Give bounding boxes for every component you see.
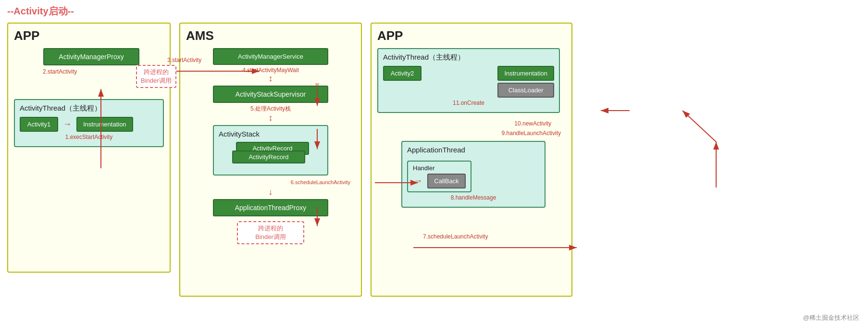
arrow9-label: 9.handleLaunchActivity xyxy=(502,130,561,137)
activity-stack-inner-box: ActivityStack ActivityRecord ActivityRec… xyxy=(213,125,328,176)
new-activity-label: 10.newActivity xyxy=(514,120,551,127)
app-left-inner-box: ActivityThread（主线程） Activity1 → Instrume… xyxy=(14,99,164,147)
arrow3-label-area: 3.startActivity xyxy=(167,57,201,63)
arrow6-label: 6.scheduleLaunchActivity xyxy=(186,179,350,185)
handler-label: Handler xyxy=(413,164,466,172)
ams-box: ActivityManagerService xyxy=(213,48,328,65)
app-thread-proxy-box: ApplicationThreadProxy xyxy=(213,199,328,216)
cross-box-bottom-content: 跨进程的 Binder调用 xyxy=(237,221,304,244)
classloader-box: ClassLoader xyxy=(497,83,554,98)
app-right-comp-row: Activity2 Instrumentation ClassLoader xyxy=(383,66,554,98)
main-container: --Activity启动-- APP ActivityManagerProxy … xyxy=(0,0,868,326)
app-thread-inner-label: ApplicationThread xyxy=(407,146,540,154)
handler-row: → CallBack xyxy=(413,174,466,188)
instrumentation-box-left: Instrumentation xyxy=(76,117,133,132)
arrow9-label-area: 9.handleLaunchActivity xyxy=(377,128,566,137)
diagram-area: APP ActivityManagerProxy 2.startActivity… xyxy=(7,23,861,297)
app-left-comp-row: Activity1 → Instrumentation xyxy=(20,117,158,132)
oncreate-label: 11.onCreate xyxy=(383,100,554,106)
instrumentation-box-right: Instrumentation xyxy=(497,66,554,81)
ams-label: AMS xyxy=(186,28,355,43)
arrow7-label: 7.scheduleLaunchActivity xyxy=(423,233,488,240)
app-thread-inner-box: ApplicationThread Handler → CallBack 8.h… xyxy=(401,141,546,208)
activity-record-stacked: ActivityRecord ActivityRecord xyxy=(232,142,309,169)
down-arrow1-icon: ↕ xyxy=(186,74,355,84)
arrow-to-callback-icon: → xyxy=(414,176,422,186)
app-left-inner-label: ActivityThread（主线程） xyxy=(20,104,158,113)
exec-start-label: 1.execStartActivity xyxy=(20,134,158,140)
app-left-panel: APP ActivityManagerProxy 2.startActivity… xyxy=(7,23,171,273)
activity-stack-label: ActivityStack xyxy=(219,130,322,138)
app-right-panel: APP ActivityThread（主线程） Activity2 Instru… xyxy=(371,23,572,297)
app-right-label: APP xyxy=(377,28,566,43)
cross-box-bottom: 跨进程的 Binder调用 xyxy=(237,221,304,244)
app-right-inner-label: ActivityThread（主线程） xyxy=(383,53,554,62)
callback-box: CallBack xyxy=(427,174,466,188)
down-arrow3-icon: ↓ xyxy=(186,187,355,197)
arrow5-label: 5.处理Activity栈 xyxy=(186,105,355,113)
activity1-box: Activity1 xyxy=(20,117,58,132)
page-title: --Activity启动-- xyxy=(7,5,861,18)
instrumentation-group: Instrumentation ClassLoader xyxy=(497,66,554,98)
arrow-right-icon: → xyxy=(63,119,72,129)
down-arrow2-icon: ↕ xyxy=(186,113,355,123)
arrow7-label-area: 7.scheduleLaunchActivity xyxy=(423,233,488,240)
app-right-inner-box: ActivityThread（主线程） Activity2 Instrument… xyxy=(377,48,560,113)
arrow3-label: 3.startActivity xyxy=(167,57,201,63)
cross-box-left: 跨进程的 Binder调用 xyxy=(136,65,176,88)
activity2-box: Activity2 xyxy=(383,66,422,81)
stack-supervisor-box: ActivityStackSupervisor xyxy=(213,86,328,103)
cross-box-left-content: 跨进程的 Binder调用 xyxy=(136,65,176,88)
ams-panel: AMS ActivityManagerService 4.startActivi… xyxy=(179,23,362,297)
new-activity-label-area: 10.newActivity xyxy=(377,119,566,127)
watermark: @稀土掘金技术社区 xyxy=(803,313,859,322)
activity-manager-proxy-box: ActivityManagerProxy xyxy=(43,48,139,65)
handler-box: Handler → CallBack xyxy=(407,161,471,192)
activity-record-2: ActivityRecord xyxy=(232,150,305,163)
arrow4-label: 4.startActivityMayWait xyxy=(186,67,355,74)
app-left-label: APP xyxy=(14,28,164,43)
handle-message-label: 8.handleMessage xyxy=(407,194,540,201)
